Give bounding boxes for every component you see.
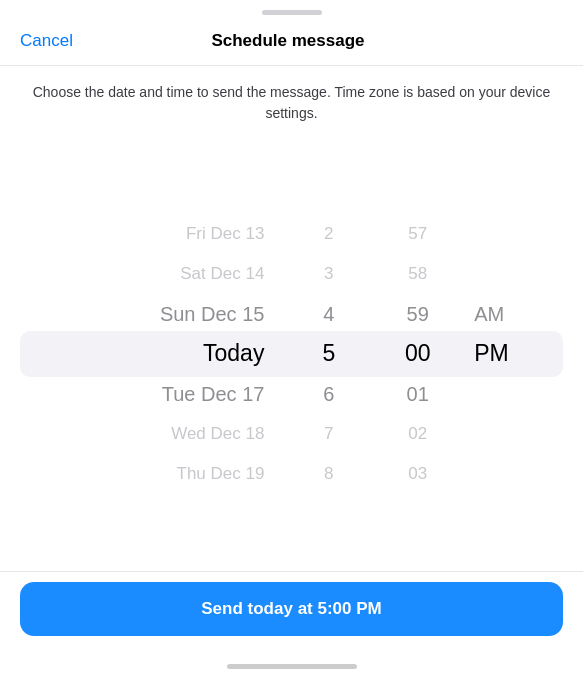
picker-minute-item-selected: 00 [405,334,431,374]
picker-date-item: Fri Dec 13 [186,214,264,254]
picker-hour-item: 2 [324,214,333,254]
picker-date-item: Wed Dec 18 [171,414,264,454]
picker-hour-column[interactable]: 2 3 4 5 6 7 8 [284,214,373,494]
picker-ampm-item [474,414,479,454]
picker-hour-item: 8 [324,454,333,494]
picker-columns: Fri Dec 13 Sat Dec 14 Sun Dec 15 Today T… [20,214,563,494]
picker-minute-item: 01 [407,374,429,414]
picker-minute-column[interactable]: 57 58 59 00 01 02 03 [373,214,462,494]
picker-minute-item: 03 [408,454,427,494]
picker-fade-top [0,136,583,216]
picker-minute-item: 02 [408,414,427,454]
picker-date-item-selected: Today [203,334,264,374]
picker-date-item: Sun Dec 15 [160,294,265,334]
picker-fade-bottom [0,491,583,571]
picker-ampm-item [474,254,479,294]
picker-date-column[interactable]: Fri Dec 13 Sat Dec 14 Sun Dec 15 Today T… [20,214,284,494]
picker-ampm-column[interactable]: AM PM [462,214,563,494]
picker-minute-item: 57 [408,214,427,254]
picker-container[interactable]: Fri Dec 13 Sat Dec 14 Sun Dec 15 Today T… [0,136,583,571]
picker-date-item: Sat Dec 14 [180,254,264,294]
header-title: Schedule message [211,31,364,51]
picker-minute-item: 58 [408,254,427,294]
picker-ampm-item [474,374,480,414]
phone-container: Cancel Schedule message Choose the date … [0,0,583,679]
cancel-button[interactable]: Cancel [20,31,73,51]
send-button[interactable]: Send today at 5:00 PM [20,582,563,636]
picker-ampm-item [474,214,479,254]
picker-hour-item: 4 [323,294,334,334]
picker-date-item: Tue Dec 17 [162,374,265,414]
picker-date-item: Thu Dec 19 [177,454,265,494]
picker-ampm-item: AM [474,294,504,334]
picker-hour-item-selected: 5 [322,334,335,374]
button-area: Send today at 5:00 PM [0,572,583,656]
picker-hour-item: 3 [324,254,333,294]
subtitle-text: Choose the date and time to send the mes… [0,66,583,136]
header: Cancel Schedule message [0,15,583,66]
picker-ampm-item [474,454,479,494]
picker-hour-item: 7 [324,414,333,454]
home-indicator [227,664,357,669]
picker-ampm-item-selected: PM [474,334,509,374]
picker-minute-item: 59 [407,294,429,334]
picker-hour-item: 6 [323,374,334,414]
